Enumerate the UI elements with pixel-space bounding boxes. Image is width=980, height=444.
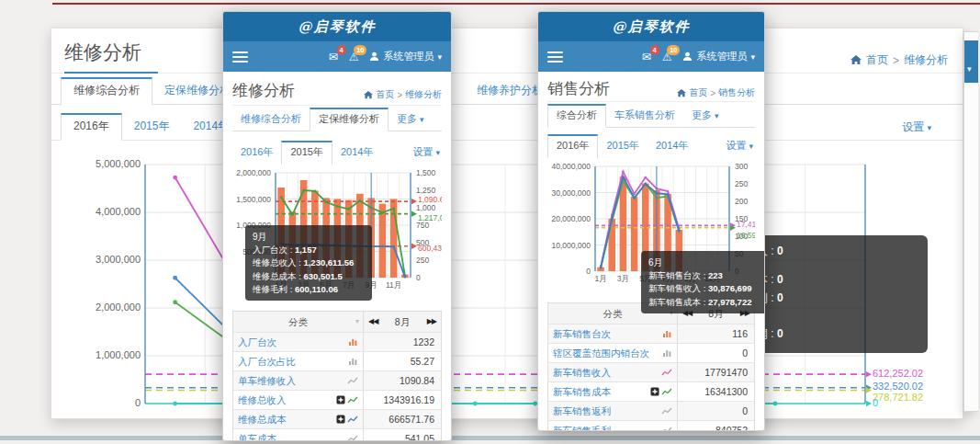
metric-link[interactable]: 单车维修收入 bbox=[238, 371, 344, 390]
svg-text:250: 250 bbox=[416, 256, 429, 265]
year-tab-2015[interactable]: 2015年 bbox=[598, 134, 647, 157]
alert-icon[interactable]: ⚠10 bbox=[349, 51, 359, 63]
svg-text:3,000,000: 3,000,000 bbox=[96, 254, 141, 265]
bar-chart-icon bbox=[348, 337, 358, 347]
svg-text:3月: 3月 bbox=[617, 274, 629, 283]
tab-more[interactable]: 更多 ▾ bbox=[683, 104, 727, 127]
phone-header: 销售分析 首页 > 销售分析 bbox=[547, 77, 755, 99]
svg-text:1,500,000: 1,500,000 bbox=[236, 195, 271, 204]
metric-value: -840752 bbox=[678, 421, 754, 431]
breadcrumb-home[interactable]: 首页 bbox=[689, 86, 707, 99]
breadcrumb-separator: > bbox=[397, 90, 402, 100]
settings-button[interactable]: 设置 ▾ bbox=[726, 139, 753, 153]
breadcrumb: 首页 > 维修分析 bbox=[364, 88, 442, 101]
tab-series-sales[interactable]: 车系销售分析 bbox=[606, 104, 683, 127]
line-chart-icon bbox=[661, 387, 672, 396]
tab-scheduled-repair[interactable]: 定保维修分析 bbox=[310, 108, 389, 131]
year-tab-2014[interactable]: 2014年 bbox=[648, 134, 696, 157]
expand-icon[interactable] bbox=[336, 395, 345, 404]
year-tab-2015[interactable]: 2015年 bbox=[122, 113, 182, 140]
user-name: 系统管理员 bbox=[383, 50, 434, 63]
breadcrumb-current: 维修分析 bbox=[405, 88, 442, 101]
line-chart-icon bbox=[661, 426, 672, 431]
chevron-down-icon: ▾ bbox=[435, 148, 440, 157]
user-menu[interactable]: 系统管理员 ▾ bbox=[369, 50, 442, 63]
metric-value: 0 bbox=[678, 344, 754, 362]
year-tab-2016[interactable]: 2016年 bbox=[547, 134, 598, 158]
tooltip-title: 6月 bbox=[648, 256, 764, 269]
breadcrumb-home[interactable]: 首页 bbox=[376, 88, 394, 101]
tab-repair-overview[interactable]: 维修综合分析 bbox=[232, 108, 310, 131]
breadcrumb-separator: > bbox=[893, 54, 899, 67]
table-row: 辖区覆盖范围内销台次0 bbox=[548, 343, 754, 362]
phone-sales-analysis: @启琴软件 ✉4 ⚠10 系统管理员 ▾ 销售分析 首页 > bbox=[537, 11, 765, 431]
user-menu[interactable]: 系统管理员 ▾ bbox=[682, 50, 755, 63]
tooltip-row: 维修总收入 : 1,230,611.56 bbox=[253, 256, 365, 269]
brand-bar: @启琴软件 bbox=[538, 12, 764, 41]
bar-chart-icon bbox=[348, 357, 358, 366]
tooltip-row: 维修毛利 : 600,110.06 bbox=[253, 283, 365, 296]
svg-text:20,000,000: 20,000,000 bbox=[551, 214, 591, 223]
svg-text:4,000,000: 4,000,000 bbox=[96, 206, 141, 217]
table-row: 新车销售成本16341300 bbox=[548, 381, 754, 401]
tab-repair-overview[interactable]: 维修综合分析 bbox=[61, 77, 152, 105]
metric-value: 0 bbox=[678, 402, 754, 420]
metric-link[interactable]: 维修总收入 bbox=[238, 391, 333, 409]
metric-link[interactable]: 新车销售成本 bbox=[553, 382, 648, 401]
table-row: 单车维修收入1090.84 bbox=[233, 370, 441, 390]
year-tab-2014[interactable]: 2014年 bbox=[332, 141, 381, 164]
prev-month-button[interactable]: ◀◀ bbox=[368, 312, 377, 332]
repair-metrics-table: 分类▾◀◀8月▶▶入厂台次1232入厂台次占比55.27单车维修收入1090.8… bbox=[232, 311, 442, 441]
mail-icon[interactable]: ✉4 bbox=[642, 51, 651, 63]
year-tab-2016[interactable]: 2016年 bbox=[61, 113, 122, 141]
metric-link[interactable]: 单车成本 bbox=[238, 429, 344, 441]
table-row: 新车销售返利0 bbox=[548, 401, 754, 420]
sales-metrics-table: 分类▾◀◀8月▶▶新车销售台次116辖区覆盖范围内销台次0新车销售收入17791… bbox=[547, 302, 755, 431]
tab-more[interactable]: 更多 ▾ bbox=[389, 108, 433, 131]
expand-icon[interactable] bbox=[336, 415, 345, 424]
year-tab-2015[interactable]: 2015年 bbox=[281, 141, 332, 165]
breadcrumb: 首页 > 销售分析 bbox=[677, 86, 755, 99]
metric-link[interactable]: 新车销售返利 bbox=[553, 402, 659, 420]
table-row: 入厂台次1232 bbox=[233, 332, 441, 351]
metric-link[interactable]: 新车销售收入 bbox=[553, 363, 659, 381]
alert-badge: 10 bbox=[667, 45, 680, 55]
svg-text:1,250: 1,250 bbox=[416, 186, 436, 195]
tooltip-row: 新车销售成本 : 27,978,722 bbox=[648, 296, 764, 309]
bar-chart-icon bbox=[662, 329, 672, 338]
person-icon bbox=[682, 51, 693, 62]
metric-link[interactable]: 入厂台次占比 bbox=[238, 352, 345, 370]
phone-repair-analysis: @启琴软件 ✉4 ⚠10 系统管理员 ▾ 维修分析 首页 > bbox=[222, 11, 452, 441]
settings-button[interactable]: 设置 ▾ bbox=[412, 145, 440, 159]
tooltip-row: 新车销售台次 : 223 bbox=[648, 269, 764, 282]
metric-link[interactable]: 新车销售台次 bbox=[553, 324, 659, 343]
table-header-row: 分类▾◀◀8月▶▶ bbox=[233, 312, 441, 332]
line-chart-icon bbox=[661, 406, 672, 416]
category-column-header[interactable]: 分类▾ bbox=[233, 312, 364, 332]
mail-badge: 4 bbox=[650, 45, 659, 55]
expand-icon[interactable] bbox=[650, 387, 659, 396]
year-tab-2016[interactable]: 2016年 bbox=[232, 141, 281, 164]
mail-icon[interactable]: ✉4 bbox=[329, 51, 338, 63]
svg-text:2,000,000: 2,000,000 bbox=[96, 302, 141, 313]
line-chart-icon bbox=[347, 376, 358, 385]
metric-link[interactable]: 入厂台次 bbox=[238, 333, 345, 351]
next-month-button[interactable]: ▶▶ bbox=[427, 312, 436, 332]
tab-sales-overview[interactable]: 综合分析 bbox=[547, 104, 606, 128]
tooltip-row: 成本 : 0 bbox=[746, 271, 918, 290]
metric-link[interactable]: 辖区覆盖范围内销台次 bbox=[553, 344, 659, 362]
year-tabs: 2016年 2015年 2014年 设置 ▾ bbox=[51, 112, 963, 141]
title-divider bbox=[51, 73, 963, 74]
breadcrumb: 首页 > 维修分析 bbox=[850, 52, 948, 68]
menu-icon[interactable] bbox=[547, 49, 563, 65]
metric-value: 541.05 bbox=[364, 429, 441, 441]
menu-icon[interactable] bbox=[232, 49, 248, 65]
home-icon bbox=[850, 55, 862, 65]
year-tabs: 2016年 2015年 2014年 设置 ▾ bbox=[547, 133, 755, 157]
metric-link[interactable]: 维修总成本 bbox=[238, 410, 333, 428]
settings-button[interactable]: 设置 ▾ bbox=[902, 120, 931, 135]
alert-icon[interactable]: ⚠10 bbox=[662, 51, 672, 63]
breadcrumb-home[interactable]: 首页 bbox=[866, 52, 888, 68]
svg-text:300: 300 bbox=[735, 162, 748, 171]
metric-link[interactable]: 新车销售毛利 bbox=[553, 421, 659, 431]
